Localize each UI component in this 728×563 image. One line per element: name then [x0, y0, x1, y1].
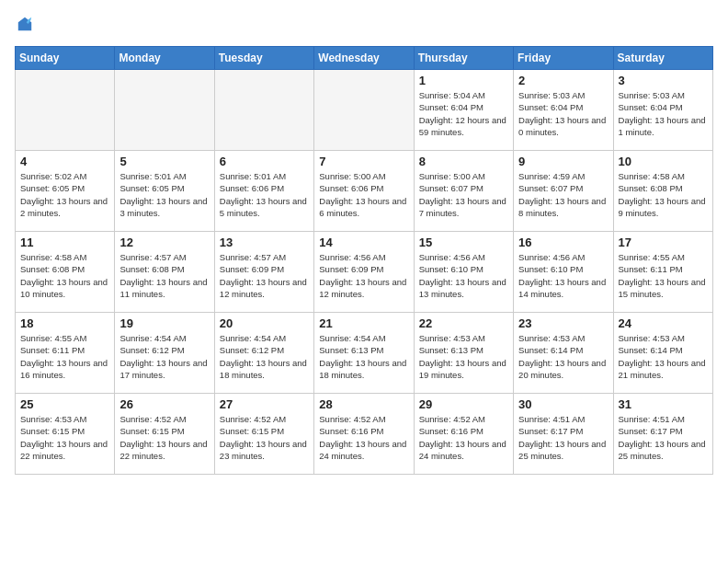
day-number: 24 [619, 316, 708, 330]
day-info: Sunrise: 4:59 AMSunset: 6:07 PMDaylight:… [518, 170, 608, 219]
day-number: 10 [619, 155, 708, 168]
day-info: Sunrise: 4:53 AMSunset: 6:14 PMDaylight:… [619, 332, 708, 381]
day-cell: 4Sunrise: 5:02 AMSunset: 6:05 PMDaylight… [16, 151, 115, 232]
week-row-1: 1Sunrise: 5:04 AMSunset: 6:04 PMDaylight… [16, 70, 713, 151]
day-number: 1 [419, 74, 508, 87]
day-cell: 22Sunrise: 4:53 AMSunset: 6:13 PMDayligh… [414, 313, 513, 394]
day-info: Sunrise: 5:03 AMSunset: 6:04 PMDaylight:… [518, 89, 608, 138]
day-info: Sunrise: 4:54 AMSunset: 6:12 PMDaylight:… [119, 332, 209, 381]
day-info: Sunrise: 4:57 AMSunset: 6:09 PMDaylight:… [220, 251, 309, 300]
day-cell: 1Sunrise: 5:04 AMSunset: 6:04 PMDaylight… [414, 70, 513, 151]
weekday-header-sunday: Sunday [16, 47, 115, 70]
day-cell: 6Sunrise: 5:01 AMSunset: 6:06 PMDaylight… [214, 151, 313, 232]
day-number: 18 [20, 316, 109, 330]
day-number: 14 [319, 236, 408, 249]
day-number: 2 [518, 74, 608, 87]
day-info: Sunrise: 4:52 AMSunset: 6:16 PMDaylight:… [319, 413, 408, 462]
day-number: 22 [419, 316, 508, 330]
logo-text [15, 15, 33, 37]
day-info: Sunrise: 4:57 AMSunset: 6:08 PMDaylight:… [119, 251, 209, 300]
day-cell: 23Sunrise: 4:53 AMSunset: 6:14 PMDayligh… [514, 313, 613, 394]
day-cell: 28Sunrise: 4:52 AMSunset: 6:16 PMDayligh… [314, 394, 414, 475]
day-number: 8 [419, 155, 508, 168]
day-number: 9 [518, 155, 608, 168]
day-cell: 21Sunrise: 4:54 AMSunset: 6:13 PMDayligh… [314, 313, 414, 394]
day-cell: 5Sunrise: 5:01 AMSunset: 6:05 PMDaylight… [115, 151, 214, 232]
day-cell: 8Sunrise: 5:00 AMSunset: 6:07 PMDaylight… [414, 151, 513, 232]
day-cell [314, 70, 414, 151]
day-info: Sunrise: 4:58 AMSunset: 6:08 PMDaylight:… [20, 251, 109, 300]
day-number: 3 [619, 74, 708, 87]
day-number: 21 [319, 316, 408, 330]
day-number: 20 [220, 316, 309, 330]
day-info: Sunrise: 4:54 AMSunset: 6:13 PMDaylight:… [319, 332, 408, 381]
day-number: 26 [119, 397, 209, 411]
weekday-header-tuesday: Tuesday [214, 47, 313, 70]
day-info: Sunrise: 5:02 AMSunset: 6:05 PMDaylight:… [20, 170, 109, 219]
day-info: Sunrise: 4:52 AMSunset: 6:15 PMDaylight:… [119, 413, 209, 462]
day-number: 12 [119, 236, 209, 249]
weekday-header-friday: Friday [514, 47, 613, 70]
day-cell: 29Sunrise: 4:52 AMSunset: 6:16 PMDayligh… [414, 394, 513, 475]
day-cell: 27Sunrise: 4:52 AMSunset: 6:15 PMDayligh… [214, 394, 313, 475]
day-number: 23 [518, 316, 608, 330]
day-cell: 17Sunrise: 4:55 AMSunset: 6:11 PMDayligh… [613, 232, 712, 313]
day-cell: 12Sunrise: 4:57 AMSunset: 6:08 PMDayligh… [115, 232, 214, 313]
day-info: Sunrise: 4:51 AMSunset: 6:17 PMDaylight:… [619, 413, 708, 462]
day-info: Sunrise: 4:55 AMSunset: 6:11 PMDaylight:… [619, 251, 708, 300]
day-cell: 7Sunrise: 5:00 AMSunset: 6:06 PMDaylight… [314, 151, 414, 232]
weekday-header-thursday: Thursday [414, 47, 513, 70]
day-info: Sunrise: 4:52 AMSunset: 6:15 PMDaylight:… [220, 413, 309, 462]
day-info: Sunrise: 4:56 AMSunset: 6:10 PMDaylight:… [419, 251, 508, 300]
day-cell: 26Sunrise: 4:52 AMSunset: 6:15 PMDayligh… [115, 394, 214, 475]
day-cell: 30Sunrise: 4:51 AMSunset: 6:17 PMDayligh… [514, 394, 613, 475]
day-cell: 24Sunrise: 4:53 AMSunset: 6:14 PMDayligh… [613, 313, 712, 394]
day-cell: 20Sunrise: 4:54 AMSunset: 6:12 PMDayligh… [214, 313, 313, 394]
weekday-header-wednesday: Wednesday [314, 47, 414, 70]
day-info: Sunrise: 5:01 AMSunset: 6:06 PMDaylight:… [220, 170, 309, 219]
day-number: 11 [20, 236, 109, 249]
weekday-header-saturday: Saturday [613, 47, 712, 70]
day-cell: 3Sunrise: 5:03 AMSunset: 6:04 PMDaylight… [613, 70, 712, 151]
week-row-2: 4Sunrise: 5:02 AMSunset: 6:05 PMDaylight… [16, 151, 713, 232]
day-info: Sunrise: 4:53 AMSunset: 6:13 PMDaylight:… [419, 332, 508, 381]
day-info: Sunrise: 4:55 AMSunset: 6:11 PMDaylight:… [20, 332, 109, 381]
day-info: Sunrise: 5:01 AMSunset: 6:05 PMDaylight:… [119, 170, 209, 219]
day-number: 6 [220, 155, 309, 168]
day-info: Sunrise: 4:51 AMSunset: 6:17 PMDaylight:… [518, 413, 608, 462]
day-info: Sunrise: 4:54 AMSunset: 6:12 PMDaylight:… [220, 332, 309, 381]
day-cell: 10Sunrise: 4:58 AMSunset: 6:08 PMDayligh… [613, 151, 712, 232]
day-number: 17 [619, 236, 708, 249]
week-row-3: 11Sunrise: 4:58 AMSunset: 6:08 PMDayligh… [16, 232, 713, 313]
week-row-5: 25Sunrise: 4:53 AMSunset: 6:15 PMDayligh… [16, 394, 713, 475]
day-number: 13 [220, 236, 309, 249]
day-number: 16 [518, 236, 608, 249]
day-cell: 13Sunrise: 4:57 AMSunset: 6:09 PMDayligh… [214, 232, 313, 313]
day-info: Sunrise: 5:00 AMSunset: 6:06 PMDaylight:… [319, 170, 408, 219]
week-row-4: 18Sunrise: 4:55 AMSunset: 6:11 PMDayligh… [16, 313, 713, 394]
day-number: 5 [119, 155, 209, 168]
day-number: 25 [20, 397, 109, 411]
day-number: 15 [419, 236, 508, 249]
day-cell: 15Sunrise: 4:56 AMSunset: 6:10 PMDayligh… [414, 232, 513, 313]
day-cell: 31Sunrise: 4:51 AMSunset: 6:17 PMDayligh… [613, 394, 712, 475]
day-cell: 18Sunrise: 4:55 AMSunset: 6:11 PMDayligh… [16, 313, 115, 394]
day-info: Sunrise: 4:52 AMSunset: 6:16 PMDaylight:… [419, 413, 508, 462]
day-cell: 25Sunrise: 4:53 AMSunset: 6:15 PMDayligh… [16, 394, 115, 475]
day-cell: 19Sunrise: 4:54 AMSunset: 6:12 PMDayligh… [115, 313, 214, 394]
day-cell: 11Sunrise: 4:58 AMSunset: 6:08 PMDayligh… [16, 232, 115, 313]
day-number: 27 [220, 397, 309, 411]
day-number: 29 [419, 397, 508, 411]
weekday-header-monday: Monday [115, 47, 214, 70]
day-number: 19 [119, 316, 209, 330]
day-info: Sunrise: 5:04 AMSunset: 6:04 PMDaylight:… [419, 89, 508, 138]
day-cell: 9Sunrise: 4:59 AMSunset: 6:07 PMDaylight… [514, 151, 613, 232]
day-info: Sunrise: 4:53 AMSunset: 6:14 PMDaylight:… [518, 332, 608, 381]
day-cell: 2Sunrise: 5:03 AMSunset: 6:04 PMDaylight… [514, 70, 613, 151]
day-number: 4 [20, 155, 109, 168]
day-info: Sunrise: 4:56 AMSunset: 6:09 PMDaylight:… [319, 251, 408, 300]
page-header [15, 15, 713, 37]
day-info: Sunrise: 5:00 AMSunset: 6:07 PMDaylight:… [419, 170, 508, 219]
day-number: 31 [619, 397, 708, 411]
day-cell [16, 70, 115, 151]
